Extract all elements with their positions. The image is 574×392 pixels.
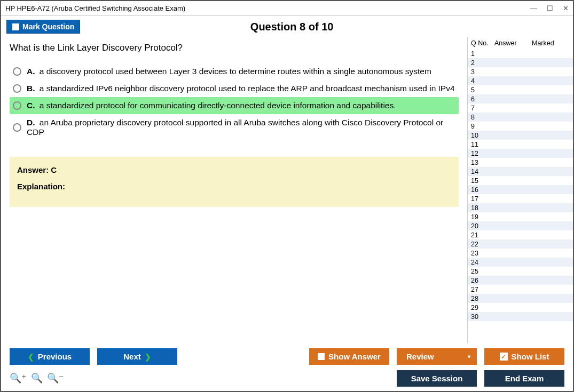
zoom-controls: 🔍⁺ 🔍 🔍⁻ bbox=[10, 372, 64, 384]
list-row[interactable]: 3 bbox=[468, 67, 573, 76]
list-row[interactable]: 18 bbox=[468, 203, 573, 212]
main-area: What is the Link Layer Discovery Protoco… bbox=[1, 37, 573, 343]
col-marked: Marked bbox=[532, 39, 570, 47]
explanation-label: Explanation: bbox=[17, 182, 451, 191]
list-row[interactable]: 20 bbox=[468, 221, 573, 230]
end-exam-button[interactable]: End Exam bbox=[484, 370, 564, 387]
list-row[interactable]: 11 bbox=[468, 140, 573, 149]
list-row[interactable]: 29 bbox=[468, 303, 573, 312]
list-row[interactable]: 6 bbox=[468, 94, 573, 103]
list-row[interactable]: 9 bbox=[468, 122, 573, 131]
list-row[interactable]: 8 bbox=[468, 113, 573, 122]
option-d[interactable]: D. an Aruba proprietary discovery protoc… bbox=[10, 114, 459, 141]
col-qno: Q No. bbox=[471, 39, 494, 47]
list-row[interactable]: 4 bbox=[468, 76, 573, 85]
review-button[interactable]: Review ▾ bbox=[397, 348, 477, 365]
checkbox-icon bbox=[12, 23, 19, 30]
radio-icon[interactable] bbox=[13, 123, 21, 132]
close-icon[interactable]: ✕ bbox=[563, 4, 569, 12]
answer-label: Answer: C bbox=[17, 165, 451, 174]
save-session-button[interactable]: Save Session bbox=[397, 370, 477, 387]
list-row[interactable]: 25 bbox=[468, 267, 573, 276]
radio-icon[interactable] bbox=[13, 67, 21, 76]
question-list[interactable]: 1234567891011121314151617181920212223242… bbox=[468, 49, 573, 343]
zoom-reset-icon[interactable]: 🔍 bbox=[31, 372, 43, 384]
list-row[interactable]: 5 bbox=[468, 85, 573, 94]
list-row[interactable]: 12 bbox=[468, 149, 573, 158]
radio-icon[interactable] bbox=[13, 101, 21, 110]
zoom-out-icon[interactable]: 🔍⁻ bbox=[47, 372, 64, 384]
list-row[interactable]: 22 bbox=[468, 239, 573, 249]
question-panel: What is the Link Layer Discovery Protoco… bbox=[1, 37, 467, 343]
exam-window: HP HPE6-A72 (Aruba Certified Switching A… bbox=[0, 0, 574, 392]
zoom-in-icon[interactable]: 🔍⁺ bbox=[10, 372, 27, 384]
col-answer: Answer bbox=[494, 39, 532, 47]
answer-box: Answer: C Explanation: bbox=[10, 157, 459, 207]
footer-row-1: ❮ Previous Next ❯ Show Answer Review ▾ ✓… bbox=[10, 348, 564, 365]
list-row[interactable]: 2 bbox=[468, 58, 573, 67]
list-row[interactable]: 15 bbox=[468, 176, 573, 185]
list-row[interactable]: 17 bbox=[468, 194, 573, 203]
maximize-icon[interactable]: ☐ bbox=[547, 4, 553, 12]
mark-question-label: Mark Question bbox=[22, 22, 74, 31]
list-row[interactable]: 14 bbox=[468, 167, 573, 176]
list-row[interactable]: 16 bbox=[468, 185, 573, 194]
window-controls: — ☐ ✕ bbox=[530, 4, 569, 12]
minimize-icon[interactable]: — bbox=[530, 4, 537, 12]
list-row[interactable]: 28 bbox=[468, 294, 573, 303]
next-button[interactable]: Next ❯ bbox=[97, 348, 177, 365]
footer: ❮ Previous Next ❯ Show Answer Review ▾ ✓… bbox=[1, 343, 573, 391]
list-row[interactable]: 27 bbox=[468, 285, 573, 294]
list-row[interactable]: 24 bbox=[468, 258, 573, 267]
list-row[interactable]: 19 bbox=[468, 212, 573, 221]
chevron-right-icon: ❯ bbox=[145, 353, 151, 361]
chevron-left-icon: ❮ bbox=[28, 353, 34, 361]
list-row[interactable]: 23 bbox=[468, 249, 573, 258]
list-header: Q No. Answer Marked bbox=[468, 37, 573, 49]
list-row[interactable]: 26 bbox=[468, 276, 573, 285]
show-list-button[interactable]: ✓ Show List bbox=[484, 348, 564, 365]
checked-icon: ✓ bbox=[500, 353, 508, 361]
radio-icon[interactable] bbox=[13, 84, 21, 93]
question-text: What is the Link Layer Discovery Protoco… bbox=[10, 43, 459, 53]
option-c[interactable]: C. a standardized protocol for communica… bbox=[10, 97, 459, 114]
list-row[interactable]: 10 bbox=[468, 131, 573, 140]
chevron-down-icon: ▾ bbox=[468, 354, 470, 359]
option-b[interactable]: B. a standardized IPv6 neighbor discover… bbox=[10, 80, 459, 97]
question-counter: Question 8 of 10 bbox=[80, 21, 504, 33]
list-row[interactable]: 7 bbox=[468, 103, 573, 113]
titlebar: HP HPE6-A72 (Aruba Certified Switching A… bbox=[1, 1, 573, 16]
mark-question-button[interactable]: Mark Question bbox=[6, 20, 80, 34]
list-row[interactable]: 13 bbox=[468, 158, 573, 167]
list-row[interactable]: 30 bbox=[468, 312, 573, 321]
previous-button[interactable]: ❮ Previous bbox=[10, 348, 90, 365]
footer-row-2: Save Session End Exam bbox=[397, 370, 564, 387]
checkbox-icon bbox=[318, 353, 325, 360]
list-row[interactable]: 1 bbox=[468, 49, 573, 58]
list-row[interactable]: 21 bbox=[468, 230, 573, 239]
option-a[interactable]: A. a discovery protocol used between Lay… bbox=[10, 63, 459, 80]
topbar: Mark Question Question 8 of 10 bbox=[1, 16, 573, 37]
show-answer-button[interactable]: Show Answer bbox=[309, 348, 389, 365]
window-title: HP HPE6-A72 (Aruba Certified Switching A… bbox=[5, 4, 530, 12]
question-list-panel: Q No. Answer Marked 12345678910111213141… bbox=[467, 37, 573, 343]
